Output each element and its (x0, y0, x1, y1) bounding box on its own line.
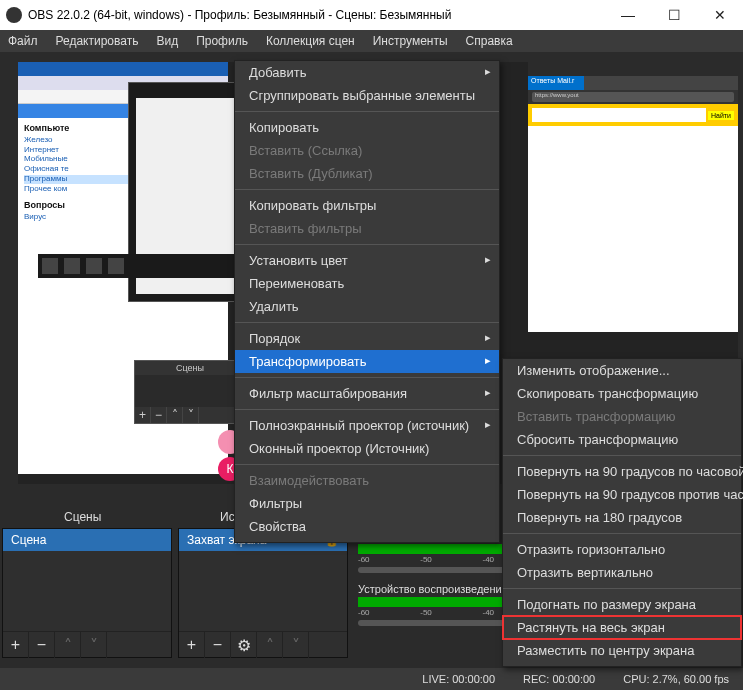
transform-submenu-item[interactable]: Изменить отображение... (503, 359, 741, 382)
menu-edit[interactable]: Редактировать (56, 34, 139, 48)
obs-logo-icon (6, 7, 22, 23)
multiview-scenes-widget: Сцены + − ˄ ˅ (134, 360, 246, 424)
context-menu-item[interactable]: Трансформировать (235, 350, 499, 373)
preview-source-browser2: Ответы Mail.r https://www.yout Найти (528, 62, 738, 332)
close-button[interactable]: ✕ (697, 0, 743, 30)
context-submenu-transform: Изменить отображение...Скопировать транс… (502, 358, 742, 667)
source-down-button[interactable]: ˅ (283, 632, 309, 658)
menu-separator (235, 111, 499, 112)
window-title: OBS 22.0.2 (64-bit, windows) - Профиль: … (28, 8, 605, 22)
menu-separator (235, 244, 499, 245)
statusbar: LIVE: 00:00:00 REC: 00:00:00 CPU: 2.7%, … (0, 668, 743, 690)
transform-submenu-item: Вставить трансформацию (503, 405, 741, 428)
context-menu-item[interactable]: Копировать (235, 116, 499, 139)
context-menu-item[interactable]: Копировать фильтры (235, 194, 499, 217)
menu-view[interactable]: Вид (156, 34, 178, 48)
status-live: LIVE: 00:00:00 (422, 673, 495, 685)
menu-separator (503, 533, 741, 534)
context-menu-item[interactable]: Полноэкранный проектор (источник) (235, 414, 499, 437)
context-menu-item[interactable]: Оконный проектор (Источник) (235, 437, 499, 460)
menu-separator (235, 189, 499, 190)
menu-separator (235, 464, 499, 465)
preview-taskbar (38, 254, 246, 278)
mv-remove-icon[interactable]: − (151, 407, 167, 423)
menu-separator (503, 455, 741, 456)
context-menu-item[interactable]: Фильтры (235, 492, 499, 515)
context-menu-item[interactable]: Переименовать (235, 272, 499, 295)
menu-separator (235, 409, 499, 410)
scenes-dock: Сцена + − ˄ ˅ (2, 528, 172, 658)
transform-submenu-item[interactable]: Повернуть на 90 градусов по часовой (503, 460, 741, 483)
context-menu-item: Взаимодействовать (235, 469, 499, 492)
source-settings-button[interactable]: ⚙ (231, 632, 257, 658)
dock-scenes-label: Сцены (64, 510, 101, 524)
transform-submenu-item[interactable]: Разместить по центру экрана (503, 639, 741, 662)
context-menu-item: Вставить (Ссылка) (235, 139, 499, 162)
transform-submenu-item[interactable]: Сбросить трансформацию (503, 428, 741, 451)
maximize-button[interactable]: ☐ (651, 0, 697, 30)
context-menu-item[interactable]: Сгруппировать выбранные элементы (235, 84, 499, 107)
source-remove-button[interactable]: − (205, 632, 231, 658)
status-rec: REC: 00:00:00 (523, 673, 595, 685)
menu-help[interactable]: Справка (466, 34, 513, 48)
transform-submenu-item[interactable]: Подогнать по размеру экрана (503, 593, 741, 616)
minimize-button[interactable]: — (605, 0, 651, 30)
context-menu-item[interactable]: Добавить (235, 61, 499, 84)
transform-submenu-item[interactable]: Растянуть на весь экран (503, 616, 741, 639)
scene-down-button[interactable]: ˅ (81, 632, 107, 658)
scene-up-button[interactable]: ˄ (55, 632, 81, 658)
menu-separator (503, 588, 741, 589)
transform-submenu-item[interactable]: Повернуть на 90 градусов против часов (503, 483, 741, 506)
source-add-button[interactable]: + (179, 632, 205, 658)
context-menu-item[interactable]: Установить цвет (235, 249, 499, 272)
scene-item[interactable]: Сцена (3, 529, 171, 551)
transform-submenu-item[interactable]: Скопировать трансформацию (503, 382, 741, 405)
menu-tools[interactable]: Инструменты (373, 34, 448, 48)
titlebar: OBS 22.0.2 (64-bit, windows) - Профиль: … (0, 0, 743, 30)
context-menu-item[interactable]: Удалить (235, 295, 499, 318)
sources-dock: Захват экрана 👁🔒 + − ⚙ ˄ ˅ (178, 528, 348, 658)
menu-profile[interactable]: Профиль (196, 34, 248, 48)
context-menu-item: Вставить фильтры (235, 217, 499, 240)
scene-add-button[interactable]: + (3, 632, 29, 658)
context-menu-item[interactable]: Порядок (235, 327, 499, 350)
menu-separator (235, 377, 499, 378)
transform-submenu-item[interactable]: Отразить горизонтально (503, 538, 741, 561)
menu-separator (235, 322, 499, 323)
menubar: Файл Редактировать Вид Профиль Коллекция… (0, 30, 743, 52)
context-menu: ДобавитьСгруппировать выбранные элементы… (234, 60, 500, 543)
scene-remove-button[interactable]: − (29, 632, 55, 658)
context-menu-item: Вставить (Дубликат) (235, 162, 499, 185)
context-menu-item[interactable]: Свойства (235, 515, 499, 538)
mv-up-icon[interactable]: ˄ (167, 407, 183, 423)
mv-down-icon[interactable]: ˅ (183, 407, 199, 423)
menu-file[interactable]: Файл (8, 34, 38, 48)
transform-submenu-item[interactable]: Повернуть на 180 градусов (503, 506, 741, 529)
source-up-button[interactable]: ˄ (257, 632, 283, 658)
context-menu-item[interactable]: Фильтр масштабирования (235, 382, 499, 405)
mv-add-icon[interactable]: + (135, 407, 151, 423)
status-cpu: CPU: 2.7%, 60.00 fps (623, 673, 729, 685)
menu-scenecollection[interactable]: Коллекция сцен (266, 34, 355, 48)
transform-submenu-item[interactable]: Отразить вертикально (503, 561, 741, 584)
